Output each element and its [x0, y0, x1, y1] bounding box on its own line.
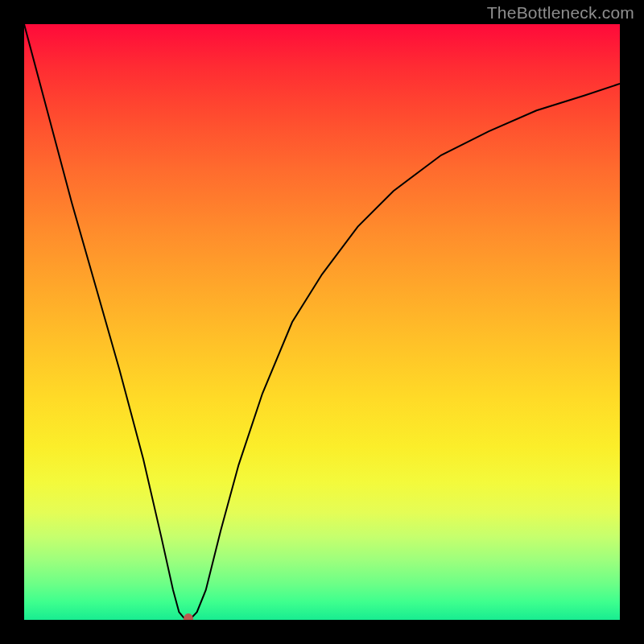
curve-svg — [24, 24, 620, 620]
plot-area — [24, 24, 620, 620]
chart-frame: TheBottleneck.com — [0, 0, 644, 644]
attribution-label: TheBottleneck.com — [487, 3, 634, 23]
minimum-marker — [184, 613, 193, 620]
bottleneck-curve — [24, 24, 620, 619]
